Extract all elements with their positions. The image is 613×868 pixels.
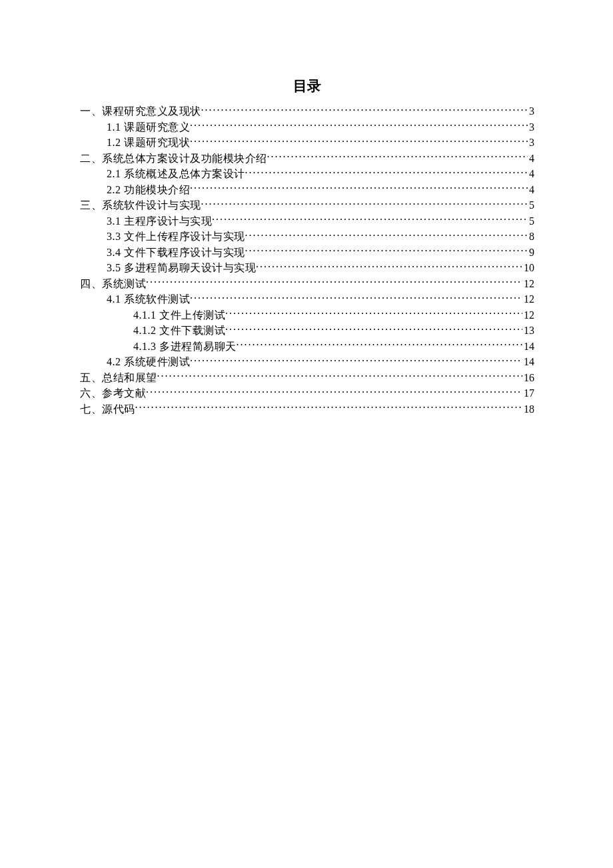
toc-dots bbox=[256, 261, 522, 271]
toc-list: 一、课程研究意义及现状31.1 课题研究意义31.2 课题研究现状3二、系统总体… bbox=[80, 103, 534, 417]
toc-entry: 二、系统总体方案设计及功能模块介绍4 bbox=[80, 151, 534, 167]
toc-dots bbox=[201, 198, 528, 209]
toc-entry-label: 二、系统总体方案设计及功能模块介绍 bbox=[80, 151, 267, 167]
toc-dots bbox=[146, 386, 522, 397]
toc-dots bbox=[190, 292, 522, 303]
toc-entry-page: 9 bbox=[528, 245, 534, 261]
toc-entry-page: 12 bbox=[522, 291, 534, 307]
toc-entry-label: 4.2 系统硬件测试 bbox=[107, 354, 190, 370]
toc-entry-page: 12 bbox=[522, 276, 534, 292]
page-container: 目录 一、课程研究意义及现状31.1 课题研究意义31.2 课题研究现状3二、系… bbox=[0, 0, 613, 417]
toc-entry: 3.5 多进程简易聊天设计与实现10 bbox=[80, 260, 534, 276]
toc-entry: 四、系统测试12 bbox=[80, 276, 534, 292]
toc-entry: 2.1 系统概述及总体方案设计4 bbox=[80, 166, 534, 182]
toc-entry-page: 8 bbox=[528, 229, 534, 245]
toc-entry: 3.1 主程序设计与实现5 bbox=[80, 213, 534, 229]
toc-dots bbox=[190, 355, 522, 365]
toc-entry-label: 2.2 功能模块介绍 bbox=[107, 182, 190, 198]
toc-entry-page: 12 bbox=[522, 307, 534, 323]
toc-entry-page: 17 bbox=[522, 385, 534, 401]
toc-entry-label: 4.1.1 文件上传测试 bbox=[133, 307, 225, 323]
toc-entry-label: 五、总结和展望 bbox=[80, 370, 157, 386]
toc-dots bbox=[190, 183, 528, 193]
toc-entry-label: 4.1.2 文件下载测试 bbox=[133, 323, 225, 339]
toc-entry-page: 5 bbox=[528, 197, 534, 213]
toc-dots bbox=[245, 229, 528, 240]
toc-dots bbox=[201, 104, 528, 115]
toc-entry-label: 4.1.3 多进程简易聊天 bbox=[133, 339, 237, 355]
toc-dots bbox=[245, 245, 528, 256]
toc-dots bbox=[146, 277, 522, 287]
toc-entry-label: 七、源代码 bbox=[80, 401, 135, 417]
toc-entry: 4.1.1 文件上传测试12 bbox=[80, 307, 534, 323]
toc-entry-label: 三、系统软件设计与实现 bbox=[80, 197, 201, 213]
toc-dots bbox=[225, 308, 522, 319]
toc-entry-page: 10 bbox=[522, 260, 534, 276]
toc-dots bbox=[135, 402, 523, 413]
toc-entry: 3.3 文件上传程序设计与实现8 bbox=[80, 229, 534, 245]
toc-entry-page: 16 bbox=[522, 370, 534, 386]
toc-entry-page: 4 bbox=[528, 151, 534, 167]
toc-entry: 1.2 课题研究现状3 bbox=[80, 135, 534, 151]
toc-dots bbox=[267, 151, 528, 162]
toc-entry-page: 3 bbox=[528, 103, 534, 119]
toc-entry-page: 3 bbox=[528, 119, 534, 135]
toc-entry-page: 13 bbox=[522, 323, 534, 339]
toc-entry-page: 14 bbox=[522, 339, 534, 355]
toc-entry-page: 18 bbox=[522, 401, 534, 417]
toc-entry: 3.4 文件下载程序设计与实现9 bbox=[80, 245, 534, 261]
toc-title: 目录 bbox=[80, 77, 534, 95]
toc-entry-label: 六、参考文献 bbox=[80, 385, 146, 401]
toc-entry-label: 1.1 课题研究意义 bbox=[107, 119, 190, 135]
toc-entry-label: 四、系统测试 bbox=[80, 276, 146, 292]
toc-entry-page: 5 bbox=[528, 213, 534, 229]
toc-entry-label: 3.5 多进程简易聊天设计与实现 bbox=[107, 260, 256, 276]
toc-entry-page: 14 bbox=[522, 354, 534, 370]
toc-entry-label: 2.1 系统概述及总体方案设计 bbox=[107, 166, 245, 182]
toc-entry: 4.2 系统硬件测试14 bbox=[80, 354, 534, 370]
toc-dots bbox=[225, 323, 522, 334]
toc-dots bbox=[190, 135, 528, 146]
toc-dots bbox=[245, 167, 528, 177]
toc-dots bbox=[190, 120, 528, 131]
toc-entry-page: 4 bbox=[528, 166, 534, 182]
toc-entry: 2.2 功能模块介绍4 bbox=[80, 182, 534, 198]
toc-entry: 4.1 系统软件测试12 bbox=[80, 291, 534, 307]
toc-entry: 4.1.3 多进程简易聊天14 bbox=[80, 339, 534, 355]
toc-entry-label: 3.4 文件下载程序设计与实现 bbox=[107, 245, 245, 261]
toc-entry-page: 4 bbox=[528, 182, 534, 198]
toc-entry-label: 一、课程研究意义及现状 bbox=[80, 103, 201, 119]
toc-entry: 六、参考文献17 bbox=[80, 385, 534, 401]
toc-entry: 五、总结和展望16 bbox=[80, 370, 534, 386]
toc-dots bbox=[157, 371, 523, 381]
toc-dots bbox=[212, 214, 528, 225]
toc-entry: 一、课程研究意义及现状3 bbox=[80, 103, 534, 119]
toc-entry: 4.1.2 文件下载测试13 bbox=[80, 323, 534, 339]
toc-entry: 1.1 课题研究意义3 bbox=[80, 119, 534, 135]
toc-entry-label: 4.1 系统软件测试 bbox=[107, 291, 190, 307]
toc-entry: 三、系统软件设计与实现5 bbox=[80, 197, 534, 213]
toc-entry-page: 3 bbox=[528, 135, 534, 151]
toc-dots bbox=[237, 339, 523, 350]
toc-entry-label: 1.2 课题研究现状 bbox=[107, 135, 190, 151]
toc-entry: 七、源代码18 bbox=[80, 401, 534, 417]
toc-entry-label: 3.1 主程序设计与实现 bbox=[107, 213, 212, 229]
toc-entry-label: 3.3 文件上传程序设计与实现 bbox=[107, 229, 245, 245]
